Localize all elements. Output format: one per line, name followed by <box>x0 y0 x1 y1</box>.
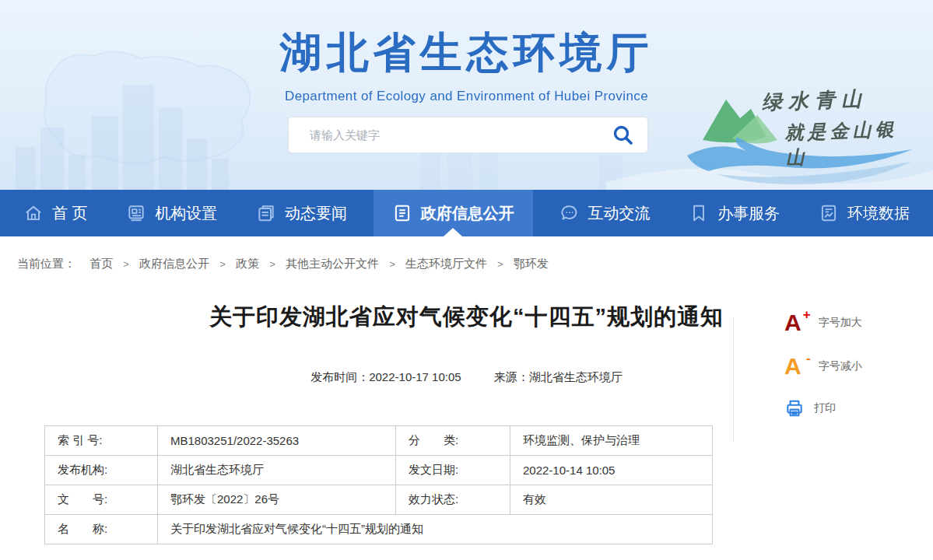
nav-item-services[interactable]: 办事服务 <box>676 190 792 236</box>
nav-item-news[interactable]: 动态要闻 <box>244 190 360 236</box>
table-row: 发布机构: 湖北省生态环境厅 发文日期: 2022-10-14 10:05 <box>45 456 713 485</box>
nav-label: 环境数据 <box>847 203 910 224</box>
nav-label: 政府信息公开 <box>421 203 514 224</box>
issuing-agency-value: 湖北省生态环境厅 <box>158 456 396 485</box>
bookmark-icon <box>689 203 709 223</box>
nav-label: 互动交流 <box>588 203 651 224</box>
validity-value: 有效 <box>510 485 713 515</box>
breadcrumb-item-gov-info[interactable]: 政府信息公开 <box>139 257 209 270</box>
publish-time-segment: 发布时间：2022-10-17 10:05 <box>310 370 461 383</box>
sidebar-divider <box>733 317 734 442</box>
nav-label: 动态要闻 <box>285 203 347 224</box>
site-title: 湖北省生态环境厅 <box>0 25 933 82</box>
breadcrumb-item-other-docs[interactable]: 其他主动公开文件 <box>286 257 379 270</box>
table-row: 名 称: 关于印发湖北省应对气候变化“十四五”规划的通知 <box>45 515 713 544</box>
index-number-value: MB1803251/2022-35263 <box>158 426 396 456</box>
publish-time-label: 发布时间： <box>310 370 369 383</box>
nav-item-env-data[interactable]: 环境数据 <box>806 190 922 236</box>
news-icon <box>256 203 276 223</box>
slogan-graphic: 绿水青山 就是金山银山 <box>686 75 919 190</box>
title-label: 名 称: <box>45 515 158 544</box>
breadcrumb-separator: > <box>389 258 395 270</box>
breadcrumb-item-dept-docs[interactable]: 生态环境厅文件 <box>405 257 487 270</box>
doc-number-label: 文 号: <box>45 485 158 515</box>
nav-item-interaction[interactable]: 互动交流 <box>547 190 663 236</box>
font-increase-icon: A+ <box>784 311 809 334</box>
font-increase-label: 字号加大 <box>819 316 862 330</box>
source-value: 湖北省生态环境厅 <box>529 370 623 383</box>
document-icon <box>392 203 412 223</box>
doc-number-value: 鄂环发〔2022〕26号 <box>158 485 396 515</box>
breadcrumb: 当前位置： 首页 > 政府信息公开 > 政策 > 其他主动公开文件 > 生态环境… <box>0 236 933 285</box>
print-label: 打印 <box>814 401 836 415</box>
print-button[interactable]: 打印 <box>784 398 924 418</box>
nav-label: 机构设置 <box>155 203 217 224</box>
breadcrumb-separator: > <box>219 258 226 270</box>
breadcrumb-item-policy[interactable]: 政策 <box>236 257 259 270</box>
issuing-agency-label: 发布机构: <box>45 456 158 485</box>
chat-bubble-icon <box>559 203 580 223</box>
document-meta-table: 索 引 号: MB1803251/2022-35263 分 类: 环境监测、保护… <box>44 425 713 544</box>
nav-label: 办事服务 <box>717 203 780 224</box>
source-label: 来源： <box>494 370 529 383</box>
table-row: 索 引 号: MB1803251/2022-35263 分 类: 环境监测、保护… <box>45 426 713 456</box>
main-nav: 首 页 机构设置 动态要闻 政府信息公开 <box>0 190 933 236</box>
breadcrumb-separator: > <box>269 258 275 270</box>
home-icon <box>23 203 44 223</box>
slogan-line1: 绿水青山 <box>761 86 868 117</box>
printer-icon <box>784 398 805 418</box>
breadcrumb-separator: > <box>123 258 129 270</box>
site-header: 湖北省生态环境厅 Department of Ecology and Envir… <box>0 0 933 190</box>
font-decrease-button[interactable]: A- 字号减小 <box>784 355 924 378</box>
page-tools: A+ 字号加大 A- 字号减小 打印 <box>784 311 924 439</box>
breadcrumb-item-home[interactable]: 首页 <box>89 257 113 270</box>
font-increase-button[interactable]: A+ 字号加大 <box>784 311 924 334</box>
issue-date-value: 2022-10-14 10:05 <box>510 456 713 485</box>
issue-date-label: 发文日期: <box>396 456 510 485</box>
breadcrumb-item-ehuanfa[interactable]: 鄂环发 <box>514 257 549 270</box>
validity-label: 效力状态: <box>396 485 510 515</box>
slogan-line2: 就是金山银山 <box>784 116 920 170</box>
title-value: 关于印发湖北省应对气候变化“十四五”规划的通知 <box>158 515 713 544</box>
table-row: 文 号: 鄂环发〔2022〕26号 效力状态: 有效 <box>45 485 713 515</box>
nav-label: 首 页 <box>52 203 88 224</box>
search-input[interactable] <box>289 117 608 152</box>
breadcrumb-prefix: 当前位置： <box>17 257 75 270</box>
category-value: 环境监测、保护与治理 <box>510 426 713 456</box>
org-icon <box>126 203 146 223</box>
index-number-label: 索 引 号: <box>45 426 158 456</box>
publish-time-value: 2022-10-17 10:05 <box>369 370 461 383</box>
search-box <box>288 117 648 153</box>
category-label: 分 类: <box>396 426 510 456</box>
nav-item-org[interactable]: 机构设置 <box>114 190 230 236</box>
font-decrease-icon: A- <box>784 355 809 378</box>
article-main: 关于印发湖北省应对气候变化“十四五”规划的通知 发布时间：2022-10-17 … <box>0 302 933 544</box>
data-chart-icon <box>819 203 839 223</box>
search-icon[interactable] <box>608 124 647 145</box>
source-segment: 来源：湖北省生态环境厅 <box>494 370 623 383</box>
font-decrease-label: 字号减小 <box>819 359 862 373</box>
page: 湖北省生态环境厅 Department of Ecology and Envir… <box>0 0 933 560</box>
nav-item-home[interactable]: 首 页 <box>11 190 100 236</box>
nav-item-gov-info[interactable]: 政府信息公开 <box>374 190 533 236</box>
breadcrumb-separator: > <box>497 258 503 270</box>
